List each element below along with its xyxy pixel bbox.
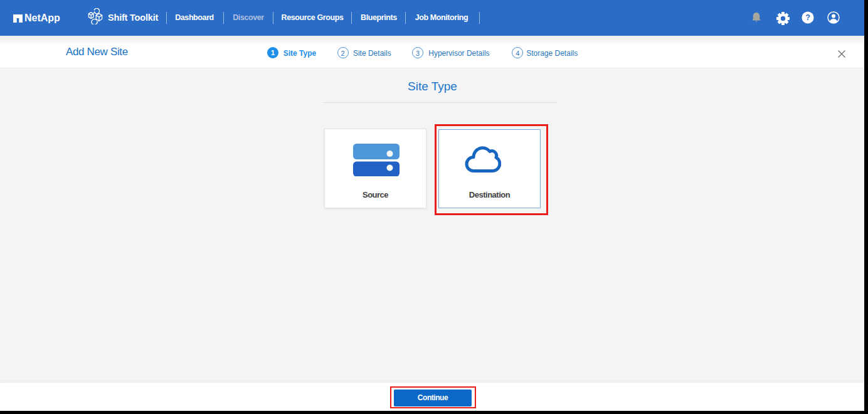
svg-text:?: ? <box>805 13 810 22</box>
